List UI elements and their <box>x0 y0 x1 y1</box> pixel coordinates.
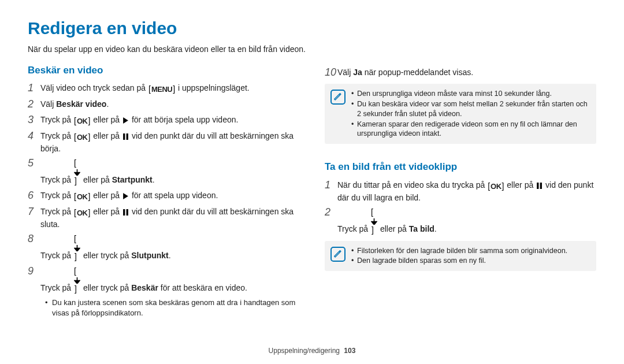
svg-rect-6 <box>537 183 538 189</box>
note-box-capture: •Filstorleken för den lagrade bilden bli… <box>325 241 596 272</box>
pause-icon <box>122 209 129 216</box>
sub-note-trim: •Du kan justera scenen som ska beskäras … <box>45 298 299 318</box>
down-arrow-icon <box>74 266 80 295</box>
svg-rect-5 <box>127 209 128 216</box>
step-7: 7 Tryck på OK eller på vid den punkt där… <box>28 205 299 230</box>
step-6: 6 Tryck på OK eller på för att spela upp… <box>28 189 299 203</box>
heading-capture-image: Ta en bild från ett videoklipp <box>325 160 596 174</box>
ok-icon: OK <box>74 132 90 143</box>
step-5: 5 Tryck på eller på Startpunkt. <box>28 157 299 187</box>
page-footer: Uppspelning/redigering 103 <box>0 346 624 356</box>
step-4: 4 Tryck på OK eller på vid den punkt där… <box>28 129 299 154</box>
pause-icon <box>122 133 129 140</box>
svg-rect-7 <box>540 183 542 189</box>
ok-icon: OK <box>488 181 504 192</box>
column-left: Beskär en video 1 Välj video och tryck s… <box>28 64 299 319</box>
svg-marker-3 <box>123 193 128 199</box>
menu-icon: MENU <box>148 84 175 95</box>
svg-rect-1 <box>123 133 125 140</box>
svg-marker-0 <box>123 117 128 124</box>
cap-step-2: 2 Tryck på eller på Ta bild. <box>325 206 596 236</box>
page-title: Redigera en video <box>28 16 596 40</box>
down-arrow-icon <box>371 207 377 236</box>
ok-icon: OK <box>74 116 90 127</box>
step-9: 9 Tryck på eller tryck på Beskär för att… <box>28 265 299 295</box>
svg-rect-2 <box>127 133 128 140</box>
step-2: 2 Välj Beskär video. <box>28 98 299 111</box>
cap-step-1: 1 När du tittar på en video ska du tryck… <box>325 179 596 203</box>
svg-rect-4 <box>123 209 125 216</box>
note-icon <box>330 90 346 105</box>
down-arrow-icon <box>74 158 80 187</box>
play-icon <box>122 193 129 199</box>
step-1: 1 Välj video och tryck sedan på MENU i u… <box>28 81 299 95</box>
step-10: 10 Välj Ja när popup-meddelandet visas. <box>325 66 596 79</box>
note-icon <box>330 247 346 262</box>
ok-icon: OK <box>74 207 90 219</box>
step-3: 3 Tryck på OK eller på för att börja spe… <box>28 113 299 127</box>
play-icon <box>122 117 129 124</box>
pause-icon <box>536 183 543 189</box>
intro-text: När du spelar upp en video kan du beskär… <box>28 44 596 55</box>
note-box-trim: •Den ursprungliga videon måste vara mins… <box>325 84 596 144</box>
heading-trim-video: Beskär en video <box>28 64 299 77</box>
down-arrow-icon <box>74 233 80 262</box>
ok-icon: OK <box>74 191 90 203</box>
column-right: 10 Välj Ja när popup-meddelandet visas. … <box>325 64 596 319</box>
step-8: 8 Tryck på eller tryck på Slutpunkt. <box>28 232 299 262</box>
